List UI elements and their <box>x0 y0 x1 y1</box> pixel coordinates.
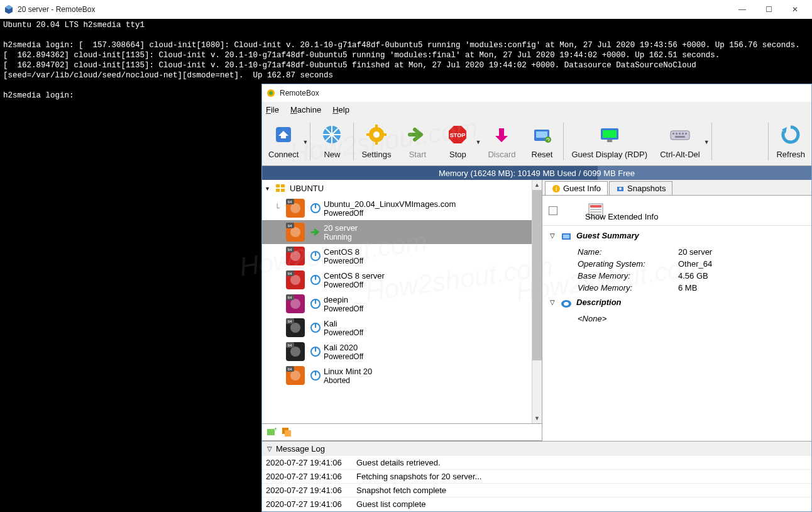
vm-name: deepin <box>324 295 363 304</box>
close-button[interactable]: ✕ <box>782 5 808 14</box>
svg-rect-85 <box>285 430 291 437</box>
clone-vm-icon[interactable] <box>281 426 292 438</box>
add-vm-icon[interactable]: + <box>266 426 277 438</box>
svg-text:64: 64 <box>288 367 292 371</box>
vm-name: Ubuntu_20.04_LinuxVMImages.com <box>324 199 456 209</box>
log-msg: Fetching snapshots for 20 server... <box>356 472 811 481</box>
remotebox-titlebar[interactable]: RemoteBox <box>262 84 811 102</box>
menu-help[interactable]: Help <box>332 105 349 114</box>
expand-arrow-icon: ▾ <box>266 185 275 192</box>
show-extended-row: Show Extended Info <box>542 196 811 226</box>
power-icon <box>310 346 321 357</box>
new-button[interactable]: New <box>312 119 352 164</box>
tab-guest-info[interactable]: i Guest Info <box>545 181 608 195</box>
vm-row[interactable]: 64 Linux Mint 20 Aborted <box>262 364 542 387</box>
vm-name: 20 server <box>324 223 358 233</box>
description-section-header[interactable]: ▽ Description <box>550 298 804 310</box>
guest-display-button[interactable]: Guest Display (RDP) <box>565 119 654 164</box>
stop-icon: STOP <box>446 123 469 146</box>
summary-section-header[interactable]: ▽ Guest Summary <box>550 231 804 243</box>
minimize-button[interactable]: — <box>729 5 755 14</box>
discard-button[interactable]: Discard <box>481 119 522 164</box>
vm-group[interactable]: ▾ UBUNTU <box>262 180 542 196</box>
log-ts: 2020-07-27 19:41:06 <box>262 486 356 495</box>
vm-scrollbar[interactable]: ▲ ▼ <box>532 180 542 423</box>
vm-os-icon: 64 <box>286 342 305 361</box>
settings-icon <box>365 123 388 146</box>
svg-point-65 <box>290 323 300 333</box>
tab-snapshots[interactable]: Snapshots <box>609 181 672 195</box>
reset-button[interactable]: Reset <box>522 119 562 164</box>
vm-os-icon: 64 <box>286 247 305 265</box>
vm-row[interactable]: 64 CentOS 8 server PoweredOff <box>262 268 542 292</box>
maximize-button[interactable]: ☐ <box>755 5 782 14</box>
reset-icon <box>530 123 553 146</box>
memory-bar: Memory (16248 MB): 10149 MB Used / 6099 … <box>262 166 811 180</box>
log-msg: Guest list complete <box>356 499 811 509</box>
vm-row[interactable]: 64 Kali 2020 PoweredOff <box>262 340 542 364</box>
message-log: 2020-07-27 19:41:06Guest details retriev… <box>262 456 811 511</box>
start-icon <box>406 123 429 146</box>
svg-point-59 <box>290 299 300 309</box>
vm-state: PoweredOff <box>324 257 363 265</box>
connect-button[interactable]: Connect <box>262 119 305 164</box>
description-icon <box>560 298 573 310</box>
svg-point-71 <box>290 347 300 357</box>
memory-label: Memory (16248 MB): 10149 MB Used / 6099 … <box>262 169 811 178</box>
message-log-header[interactable]: ▽ Message Log <box>262 441 811 456</box>
vm-row[interactable]: 64 Kali PoweredOff <box>262 316 542 340</box>
svg-rect-25 <box>672 133 674 135</box>
log-row: 2020-07-27 19:41:06Snapshot fetch comple… <box>262 484 811 498</box>
svg-rect-24 <box>671 131 689 140</box>
log-row: 2020-07-27 19:41:06Fetching snapshots fo… <box>262 470 811 484</box>
menu-machine[interactable]: Machine <box>290 105 321 114</box>
vm-os-icon: 64 <box>286 318 305 337</box>
settings-button[interactable]: Settings <box>355 119 397 164</box>
show-extended-label: Show Extended Info <box>585 212 658 221</box>
log-msg: Snapshot fetch complete <box>356 486 811 495</box>
power-icon <box>310 322 321 333</box>
vm-state: PoweredOff <box>324 328 363 337</box>
vm-os-icon: 64 <box>286 270 305 289</box>
svg-text:64: 64 <box>288 224 292 228</box>
power-icon <box>310 250 321 262</box>
stop-button[interactable]: STOP Stop <box>437 119 478 164</box>
refresh-button[interactable]: Refresh <box>770 119 811 164</box>
start-button[interactable]: Start <box>397 119 437 164</box>
svg-point-43 <box>290 227 300 237</box>
vm-os-icon: 64 <box>286 199 305 218</box>
svg-point-53 <box>290 275 300 285</box>
remotebox-icon <box>266 88 276 98</box>
svg-rect-35 <box>281 189 285 192</box>
svg-rect-34 <box>276 189 280 192</box>
refresh-icon <box>779 123 802 146</box>
svg-text:64: 64 <box>288 296 292 299</box>
vm-state: PoweredOff <box>324 281 385 289</box>
log-msg: Guest details retrieved. <box>356 458 811 467</box>
outer-window-titlebar: 20 server - RemoteBox — ☐ ✕ <box>0 0 812 19</box>
svg-rect-96 <box>563 235 569 238</box>
menu-file[interactable]: File <box>266 105 279 114</box>
collapse-arrow-icon: ▽ <box>550 298 560 306</box>
svg-point-77 <box>290 370 300 381</box>
summary-os-value: Other_64 <box>678 259 712 269</box>
vm-name: CentOS 8 server <box>324 271 385 281</box>
vm-row[interactable]: 64 deepin PoweredOff <box>262 292 542 316</box>
power-icon <box>310 274 321 286</box>
collapse-arrow-icon: ▽ <box>550 231 560 239</box>
svg-point-11 <box>373 131 380 138</box>
vm-row[interactable]: └ 64 Ubuntu_20.04_LinuxVMImages.com Powe… <box>262 196 542 220</box>
vm-name: CentOS 8 <box>324 247 363 257</box>
show-extended-checkbox[interactable] <box>549 206 557 215</box>
remotebox-window: RemoteBox File Machine Help Connect ▼ Ne… <box>261 84 812 512</box>
vm-row[interactable]: 64 20 server Running <box>262 220 542 244</box>
svg-text:64: 64 <box>288 272 292 275</box>
svg-rect-33 <box>281 184 285 187</box>
collapse-arrow-icon: ▽ <box>267 445 276 452</box>
log-ts: 2020-07-27 19:41:06 <box>262 499 356 509</box>
svg-point-89 <box>619 187 622 190</box>
vm-state: PoweredOff <box>324 304 363 313</box>
running-icon <box>310 226 321 238</box>
vm-row[interactable]: 64 CentOS 8 PoweredOff <box>262 244 542 268</box>
ctrl-alt-del-button[interactable]: Ctrl-Alt-Del <box>654 119 706 164</box>
